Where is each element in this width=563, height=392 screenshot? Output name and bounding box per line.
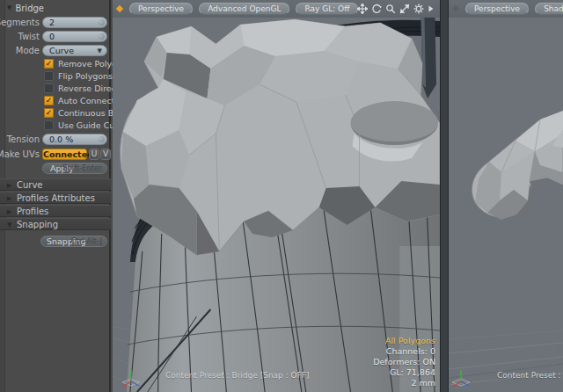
3d-scene-bucket-bridge: [113, 0, 440, 392]
content-preset-status: Content Preset : Brid: [497, 371, 563, 380]
snapping-shortcut-label: Ctrl-Alt-J: [70, 236, 102, 246]
viewport-stats: All Polygons Channels: 0 Deformers: ON G…: [373, 336, 435, 388]
section-label: Curve: [17, 180, 43, 190]
mode-row: Mode Curve▼: [0, 45, 111, 56]
collapsed-arrow-icon: ▶: [7, 183, 11, 189]
mini-slider-icon[interactable]: [99, 19, 105, 25]
tension-label: Tension: [7, 134, 40, 144]
apply-button[interactable]: Apply Shift-Enter: [42, 163, 107, 174]
remove-polygons-checkbox[interactable]: ✓: [44, 59, 54, 69]
segments-label: Segments: [0, 18, 40, 27]
viewport-nav-icons: [357, 4, 435, 14]
axis-gizmo-icon: [120, 367, 143, 389]
apply-shortcut-label: Shift-Enter: [62, 163, 102, 173]
shading-mode-button[interactable]: Shaded Texture: [535, 3, 563, 15]
checkbox-row: ✓ Auto Connection: [0, 96, 111, 106]
selection-mode-status: All Polygons: [373, 336, 435, 346]
mode-dropdown[interactable]: Curve▼: [42, 45, 107, 56]
viewport-secondary[interactable]: Perspective Shaded Texture Content Prese…: [449, 0, 563, 392]
view-type-button[interactable]: Perspective: [129, 3, 193, 15]
expand-arrow-icon[interactable]: [428, 4, 435, 14]
shading-mode-button[interactable]: Advanced OpenGL: [199, 3, 289, 15]
make-uvs-v-button[interactable]: V: [100, 149, 111, 160]
axis-gizmo-icon: [450, 367, 472, 389]
deformers-status: Deformers: ON: [373, 357, 435, 367]
snapping-button-row: Snapping Ctrl-Alt-J: [0, 236, 111, 247]
rotate-icon[interactable]: [371, 4, 382, 14]
viewport-toolbar: Perspective Shaded Texture: [449, 0, 563, 18]
panel-title: Bridge: [15, 4, 44, 13]
viewport-menu-icon[interactable]: [452, 5, 459, 12]
use-guide-curve-checkbox[interactable]: [44, 120, 54, 130]
chevron-down-icon: ▼: [98, 47, 102, 56]
continuous-bridge-checkbox[interactable]: ✓: [44, 108, 54, 118]
viewport-main[interactable]: Perspective Advanced OpenGL Ray GL: Off: [113, 0, 440, 392]
make-uvs-row: Make UVs Connected U V: [0, 149, 111, 160]
collapsed-arrow-icon: ▶: [7, 196, 11, 202]
mode-label: Mode: [16, 46, 40, 55]
section-profiles-attributes[interactable]: ▶ Profiles Attributes: [0, 192, 111, 204]
segments-input[interactable]: 2: [42, 17, 107, 28]
section-label: Profiles: [17, 207, 48, 216]
zoom-icon[interactable]: [385, 4, 396, 14]
checkbox-row: ✓ Remove Polyg ...: [0, 59, 111, 69]
panel-header-bridge[interactable]: ▼ Bridge: [7, 3, 44, 14]
section-profiles[interactable]: ▶ Profiles: [0, 205, 111, 217]
3d-scene-bone-arm: [449, 0, 563, 392]
tool-properties-panel: ▼ Bridge Segments 2 Twist 0 Mode Curve▼ …: [0, 0, 111, 392]
collapsed-arrow-icon: ▶: [7, 209, 11, 215]
raygl-button[interactable]: Ray GL: Off: [296, 3, 358, 15]
twist-input[interactable]: 0: [42, 31, 107, 42]
checkbox-row: Use Guide Curve: [0, 120, 111, 131]
view-type-button[interactable]: Perspective: [465, 3, 529, 15]
checkbox-row: ✓ Continuous Bri ...: [0, 108, 111, 119]
make-uvs-connected-button[interactable]: Connected: [42, 149, 87, 160]
gl-polycount-status: GL: 71,864: [373, 367, 435, 378]
section-label: Profiles Attributes: [17, 193, 95, 203]
checkbox-row: Reverse Direct...: [0, 83, 111, 94]
pan-icon[interactable]: [357, 4, 368, 14]
checkbox-label: Flip Polygons: [58, 71, 113, 81]
make-uvs-label: Make UVs: [0, 149, 40, 159]
expanded-arrow-icon: ▼: [7, 222, 11, 229]
content-preset-status: Content Preset : Bridge [Snap : OFF]: [165, 371, 310, 380]
tension-input[interactable]: 0.0 %: [42, 134, 107, 145]
auto-connection-checkbox[interactable]: ✓: [44, 96, 54, 105]
section-curve[interactable]: ▶ Curve: [0, 178, 111, 191]
modo-window: ▼ Bridge Segments 2 Twist 0 Mode Curve▼ …: [0, 0, 563, 392]
twist-row: Twist 0: [0, 31, 111, 42]
apply-row: Apply Shift-Enter: [0, 163, 111, 174]
maximize-icon[interactable]: [399, 4, 410, 14]
section-label: Snapping: [17, 220, 58, 229]
mini-slider-icon[interactable]: [99, 33, 105, 40]
section-snapping[interactable]: ▼ Snapping: [0, 218, 111, 230]
collapse-arrow-icon: ▼: [7, 5, 11, 11]
twist-label: Twist: [18, 32, 40, 41]
flip-polygons-checkbox[interactable]: [44, 71, 54, 81]
checkbox-row: Flip Polygons: [0, 71, 111, 82]
viewport-indicator-icon[interactable]: [116, 5, 123, 12]
segments-row: Segments 2: [0, 17, 111, 28]
mini-slider-icon[interactable]: [99, 136, 105, 142]
tension-row: Tension 0.0 %: [0, 134, 111, 145]
snapping-button[interactable]: Snapping Ctrl-Alt-J: [40, 236, 107, 247]
reverse-direction-checkbox[interactable]: [44, 83, 54, 93]
channels-status: Channels: 0: [373, 346, 435, 357]
viewport-splitter[interactable]: [440, 0, 449, 392]
grid-size-status: 2 mm: [373, 378, 435, 388]
make-uvs-u-button[interactable]: U: [89, 149, 99, 160]
gear-icon[interactable]: [413, 4, 424, 14]
